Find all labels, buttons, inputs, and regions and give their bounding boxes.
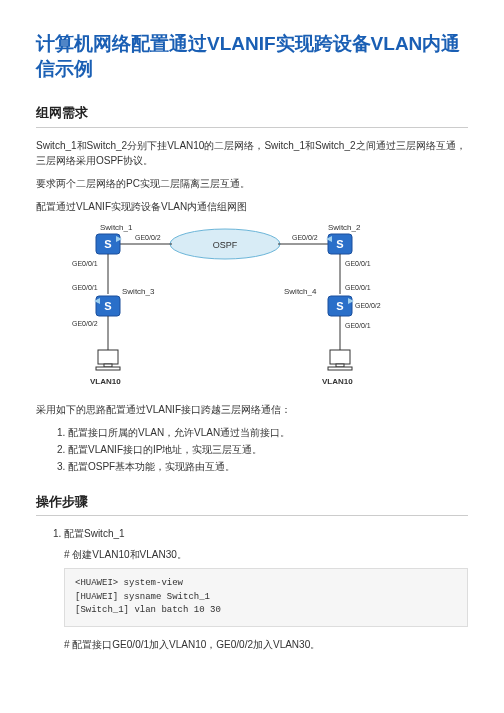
- pc2-base-icon: [328, 367, 352, 370]
- pc1-base-icon: [96, 367, 120, 370]
- approach-step-1: 配置接口所属的VLAN，允许VLAN通过当前接口。: [68, 425, 468, 440]
- switch3-label: Switch_3: [122, 287, 155, 296]
- req-para-3: 配置通过VLANIF实现跨设备VLAN内通信组网图: [36, 199, 468, 214]
- s3-ge001-top-label: GE0/0/1: [72, 284, 98, 291]
- pc2-vlan-label: VLAN10: [322, 377, 353, 386]
- section-heading-operations: 操作步骤: [36, 492, 468, 517]
- s1-ge001-label: GE0/0/1: [72, 260, 98, 267]
- req-para-1: Switch_1和Switch_2分别下挂VLAN10的二层网络，Switch_…: [36, 138, 468, 168]
- page-title: 计算机网络配置通过VLANIF实现跨设备VLAN内通信示例: [36, 32, 468, 81]
- ospf-label: OSPF: [213, 240, 238, 250]
- code-block-1: <HUAWEI> system-view [HUAWEI] sysname Sw…: [64, 568, 468, 627]
- approach-step-2: 配置VLANIF接口的IP地址，实现三层互通。: [68, 442, 468, 457]
- pc1-vlan-label: VLAN10: [90, 377, 121, 386]
- procedure-step-1-label: 配置Switch_1: [64, 528, 125, 539]
- section-heading-requirements: 组网需求: [36, 103, 468, 128]
- network-topology-diagram: OSPF Switch_1 S GE0/0/2 Switch_2 S GE0/0…: [60, 222, 468, 392]
- s4-ge001-top-label: GE0/0/1: [345, 284, 371, 291]
- switch4-label: Switch_4: [284, 287, 317, 296]
- s3-ge002-label: GE0/0/2: [72, 320, 98, 327]
- s1-ge002-label: GE0/0/2: [135, 234, 161, 241]
- switch-glyph: S: [336, 238, 343, 250]
- s2-ge001-label: GE0/0/1: [345, 260, 371, 267]
- substep-config-interface: # 配置接口GE0/0/1加入VLAN10，GE0/0/2加入VLAN30。: [64, 637, 468, 652]
- pc1-monitor-icon: [98, 350, 118, 364]
- switch2-label: Switch_2: [328, 223, 361, 232]
- config-approach-list: 配置接口所属的VLAN，允许VLAN通过当前接口。 配置VLANIF接口的IP地…: [68, 425, 468, 474]
- s4-ge002-label: GE0/0/2: [355, 302, 381, 309]
- substep-create-vlan: # 创建VLAN10和VLAN30。: [64, 547, 468, 562]
- switch-glyph: S: [104, 238, 111, 250]
- switch-glyph: S: [104, 300, 111, 312]
- req-para-2: 要求两个二层网络的PC实现二层隔离三层互通。: [36, 176, 468, 191]
- procedure-list: 配置Switch_1 # 创建VLAN10和VLAN30。 <HUAWEI> s…: [64, 526, 468, 652]
- s2-ge002-label: GE0/0/2: [292, 234, 318, 241]
- pc2-monitor-icon: [330, 350, 350, 364]
- approach-step-3: 配置OSPF基本功能，实现路由互通。: [68, 459, 468, 474]
- switch1-label: Switch_1: [100, 223, 133, 232]
- req-para-4: 采用如下的思路配置通过VLANIF接口跨越三层网络通信：: [36, 402, 468, 417]
- procedure-step-1: 配置Switch_1 # 创建VLAN10和VLAN30。 <HUAWEI> s…: [64, 526, 468, 652]
- switch-glyph: S: [336, 300, 343, 312]
- s4-ge001-bottom-label: GE0/0/1: [345, 322, 371, 329]
